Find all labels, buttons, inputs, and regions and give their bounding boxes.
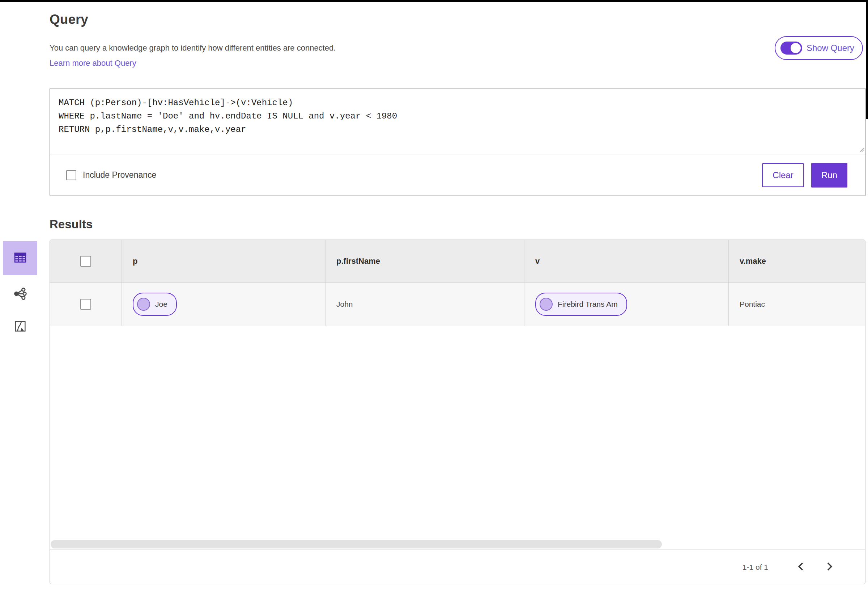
learn-more-link[interactable]: Learn more about Query: [50, 59, 136, 68]
include-provenance-checkbox[interactable]: [66, 170, 76, 180]
query-code-textarea[interactable]: MATCH (p:Person)-[hv:HasVehicle]->(v:Veh…: [50, 89, 865, 155]
vehicle-node-icon: [540, 298, 553, 311]
pagination: 1-1 of 1: [743, 550, 865, 584]
chevron-right-icon: [826, 562, 834, 572]
screenshot-top-edge: [0, 0, 868, 2]
table-row: Joe John Firebird Trans Am Pontiac: [50, 282, 865, 326]
toggle-on-icon[interactable]: [781, 41, 802, 54]
column-header-p[interactable]: p: [121, 240, 325, 282]
select-all-checkbox[interactable]: [80, 256, 91, 266]
run-button[interactable]: Run: [811, 163, 847, 187]
horizontal-scrollbar-thumb[interactable]: [51, 540, 662, 549]
include-provenance-label: Include Provenance: [83, 170, 156, 180]
include-provenance-option[interactable]: Include Provenance: [66, 170, 156, 180]
resize-handle-icon[interactable]: [859, 147, 864, 153]
query-panel: MATCH (p:Person)-[hv:HasVehicle]->(v:Veh…: [50, 88, 866, 196]
screenshot-right-edge: [866, 0, 868, 119]
entity-chip-label: Joe: [155, 300, 167, 309]
page-description: You can query a knowledge graph to ident…: [50, 43, 336, 53]
view-switcher-map[interactable]: [3, 312, 37, 341]
cell-p-firstname: John: [325, 282, 524, 326]
query-panel-footer: Include Provenance Clear Run: [50, 155, 865, 195]
chevron-left-icon: [797, 562, 805, 572]
results-table-header: p p.firstName v v.make: [50, 240, 865, 282]
show-query-toggle[interactable]: Show Query: [775, 36, 863, 60]
clear-button[interactable]: Clear: [762, 163, 804, 187]
results-panel: p p.firstName v v.make Joe John Firebird…: [50, 240, 865, 584]
person-node-icon: [137, 298, 150, 311]
next-page-button[interactable]: [815, 556, 844, 578]
query-page: Query You can query a knowledge graph to…: [0, 0, 868, 590]
query-code[interactable]: MATCH (p:Person)-[hv:HasVehicle]->(v:Veh…: [59, 96, 857, 136]
table-view-icon: [13, 250, 28, 266]
entity-chip-label: Firebird Trans Am: [558, 300, 618, 309]
column-header-p-firstname[interactable]: p.firstName: [325, 240, 524, 282]
show-query-label: Show Query: [806, 43, 854, 53]
previous-page-button[interactable]: [786, 556, 815, 578]
cell-v-make: Pontiac: [728, 282, 865, 326]
page-title: Query: [50, 12, 88, 27]
results-heading: Results: [50, 218, 93, 231]
query-actions: Clear Run: [762, 163, 847, 187]
pagination-range-label: 1-1 of 1: [743, 563, 768, 572]
map-view-icon: [13, 319, 28, 335]
view-switcher-table[interactable]: [3, 241, 37, 275]
view-switcher-graph[interactable]: [3, 280, 37, 309]
entity-chip-person[interactable]: Joe: [133, 293, 177, 316]
column-header-v[interactable]: v: [524, 240, 728, 282]
column-header-v-make[interactable]: v.make: [728, 240, 865, 282]
row-checkbox[interactable]: [80, 299, 91, 310]
graph-view-icon: [12, 286, 28, 303]
entity-chip-vehicle[interactable]: Firebird Trans Am: [535, 293, 627, 316]
